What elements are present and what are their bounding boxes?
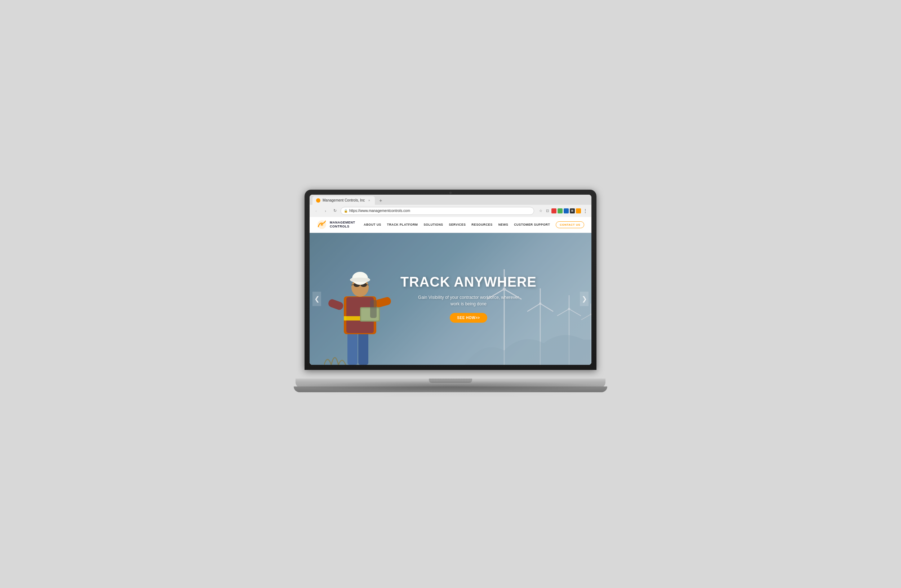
svg-rect-10 <box>374 296 392 308</box>
laptop-shadow <box>296 381 605 391</box>
hero-content: TRACK ANYWHERE Gain Visibility of your c… <box>401 275 537 323</box>
tab-favicon <box>316 198 320 203</box>
website: MANAGEMENT CONTROLS ABOUT US TRACK PLATF… <box>310 217 591 365</box>
site-nav: MANAGEMENT CONTROLS ABOUT US TRACK PLATF… <box>310 217 591 233</box>
lock-icon: 🔒 <box>344 209 348 213</box>
svg-rect-9 <box>327 298 344 311</box>
logo-text: MANAGEMENT CONTROLS <box>330 221 355 229</box>
tab-title: Management Controls, Inc <box>323 198 365 202</box>
hero-title: TRACK ANYWHERE <box>401 275 537 290</box>
browser-toolbar: ‹ › ↻ 🔒 https://www.managementcontrols.c… <box>310 205 591 217</box>
nav-resources[interactable]: RESOURCES <box>471 223 492 226</box>
extension-blue[interactable] <box>564 208 569 214</box>
svg-point-2 <box>321 224 323 225</box>
svg-line-31 <box>540 304 553 312</box>
hero-subtitle: Gain Visibility of your contractor workf… <box>418 294 519 307</box>
contact-us-button[interactable]: CONTACT US <box>556 221 584 228</box>
active-tab[interactable]: Management Controls, Inc × <box>312 196 375 205</box>
worker-svg <box>324 253 396 365</box>
nav-track-platform[interactable]: TRACK PLATFORM <box>387 223 418 226</box>
carousel-next-button[interactable]: ❯ <box>580 292 589 306</box>
site-logo: MANAGEMENT CONTROLS <box>317 220 355 230</box>
svg-rect-22 <box>370 300 377 318</box>
nav-customer-support[interactable]: CUSTOMER SUPPORT <box>514 223 550 226</box>
tab-bar: Management Controls, Inc × + <box>310 195 591 205</box>
forward-button[interactable]: › <box>322 207 329 215</box>
hero-cta-button[interactable]: SEE HOW>> <box>450 313 487 323</box>
tab-close-button[interactable]: × <box>367 198 371 203</box>
extension-dark[interactable]: B <box>570 208 575 214</box>
star-icon[interactable]: ☆ <box>538 208 544 214</box>
worker-figure-container <box>324 233 396 365</box>
logo-icon-svg <box>317 220 327 230</box>
nav-solutions[interactable]: SOLUTIONS <box>424 223 443 226</box>
nav-links: ABOUT US TRACK PLATFORM SOLUTIONS SERVIC… <box>364 221 584 228</box>
browser-actions: ☆ ⊡ B ⋮ <box>538 208 589 214</box>
svg-line-36 <box>569 309 581 316</box>
browser-chrome: Management Controls, Inc × + ‹ › ↻ 🔒 htt… <box>310 195 591 217</box>
laptop-lid: Management Controls, Inc × + ‹ › ↻ 🔒 htt… <box>304 190 597 370</box>
extension-red[interactable] <box>552 208 556 214</box>
browser-menu-button[interactable]: ⋮ <box>582 208 589 214</box>
svg-line-37 <box>557 309 569 316</box>
refresh-button[interactable]: ↻ <box>331 207 338 215</box>
new-tab-button[interactable]: + <box>376 196 385 205</box>
extension-orange[interactable] <box>576 208 581 214</box>
svg-point-21 <box>350 278 370 282</box>
nav-news[interactable]: NEWS <box>499 223 508 226</box>
svg-line-42 <box>581 314 591 320</box>
address-bar[interactable]: 🔒 https://www.managementcontrols.com <box>341 207 534 215</box>
cast-icon[interactable]: ⊡ <box>544 208 550 214</box>
svg-rect-3 <box>348 332 357 365</box>
screen-bezel: Management Controls, Inc × + ‹ › ↻ 🔒 htt… <box>310 195 591 365</box>
back-button[interactable]: ‹ <box>312 207 320 215</box>
nav-services[interactable]: SERVICES <box>449 223 466 226</box>
carousel-prev-button[interactable]: ❮ <box>312 292 321 306</box>
svg-rect-4 <box>358 332 368 365</box>
url-text: https://www.managementcontrols.com <box>349 209 410 213</box>
webcam <box>449 192 452 194</box>
hero-section: TRACK ANYWHERE Gain Visibility of your c… <box>310 233 591 365</box>
nav-about-us[interactable]: ABOUT US <box>364 223 381 226</box>
extension-green[interactable] <box>558 208 563 214</box>
